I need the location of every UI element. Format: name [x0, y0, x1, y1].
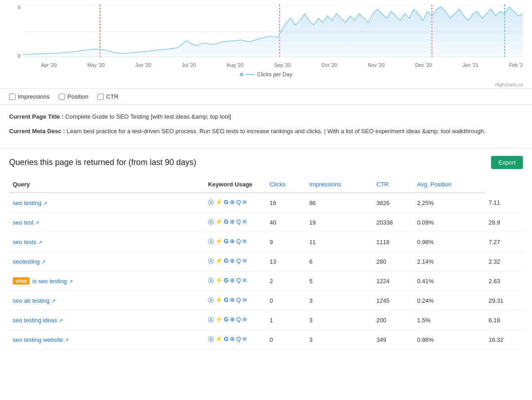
icon-q[interactable]: Q	[236, 199, 241, 207]
icon-a[interactable]: Ⓐ	[208, 296, 214, 305]
ctr-cell: 0.09%	[413, 213, 485, 232]
icon-a[interactable]: Ⓐ	[208, 335, 214, 344]
icon-q[interactable]: Q	[236, 316, 241, 324]
icon-g[interactable]: G	[224, 335, 228, 344]
queries-header: Queries this page is returned for (from …	[9, 156, 523, 169]
impressions-checkbox[interactable]	[9, 94, 15, 100]
icon-a[interactable]: Ⓐ	[208, 257, 214, 265]
table-container: Query Keyword Usage Clicks Impressions C…	[9, 176, 523, 350]
external-link-icon: ↗	[65, 337, 69, 343]
icon-link[interactable]: ≋	[242, 218, 247, 226]
icon-group: Ⓐ ⚡ G ⊕ Q ≋	[208, 296, 262, 305]
icon-circle[interactable]: ⊕	[230, 335, 235, 344]
impressions-cell: 1224	[373, 271, 413, 291]
y-label-bottom: 0	[9, 53, 20, 59]
ctr-checkbox[interactable]	[97, 94, 104, 100]
icon-lightning[interactable]: ⚡	[215, 277, 223, 285]
query-cell: seo ab testing ↗	[9, 291, 204, 310]
col-header-kw: Keyword Usage	[204, 176, 266, 193]
icon-link[interactable]: ≋	[242, 296, 247, 305]
query-link[interactable]: seotesting ↗	[13, 258, 46, 265]
icon-q[interactable]: Q	[236, 218, 241, 226]
icon-a[interactable]: Ⓐ	[208, 277, 214, 285]
icon-g[interactable]: G	[224, 218, 228, 226]
icon-q[interactable]: Q	[236, 277, 241, 285]
icon-lightning[interactable]: ⚡	[215, 296, 223, 305]
col-header-ctr[interactable]: CTR	[373, 176, 413, 193]
icon-q[interactable]: Q	[236, 238, 241, 246]
icon-circle[interactable]: ⊕	[230, 218, 235, 226]
icon-circle[interactable]: ⊕	[230, 257, 235, 265]
icon-a[interactable]: Ⓐ	[208, 316, 214, 324]
icon-circle[interactable]: ⊕	[230, 277, 235, 285]
page-title-line: Current Page Title : Complete Guide to S…	[9, 112, 523, 121]
icon-g[interactable]: G	[224, 316, 228, 324]
clicks-cell: 86	[305, 193, 373, 213]
icon-lightning[interactable]: ⚡	[215, 199, 223, 207]
icon-link[interactable]: ≋	[242, 199, 247, 207]
icon-a[interactable]: Ⓐ	[208, 218, 214, 226]
legend-label: Clicks per Day	[257, 71, 292, 78]
table-row: seo testing website ↗ Ⓐ ⚡ G ⊕ Q ≋ 0 3 34…	[9, 330, 523, 350]
highlight-badge: what	[13, 277, 30, 285]
icon-link[interactable]: ≋	[242, 335, 247, 344]
icon-lightning[interactable]: ⚡	[215, 316, 223, 324]
icon-q[interactable]: Q	[236, 335, 241, 344]
x-label: Dec '20	[415, 62, 432, 68]
impressions-cell: 3826	[373, 193, 413, 213]
keyword-usage-cell: Ⓐ ⚡ G ⊕ Q ≋	[204, 252, 266, 271]
col-header-avg-position[interactable]: Avg. Position	[413, 176, 485, 193]
query-cell: seo testing website ↗	[9, 330, 204, 350]
icon-g[interactable]: G	[224, 257, 228, 265]
ctr-checkbox-label[interactable]: CTR	[97, 93, 118, 100]
icon-circle[interactable]: ⊕	[230, 316, 235, 324]
icon-group: Ⓐ ⚡ G ⊕ Q ≋	[208, 277, 262, 285]
icon-g[interactable]: G	[224, 238, 228, 246]
col-header-impressions[interactable]: Impressions	[305, 176, 373, 193]
keyword-usage-cell: Ⓐ ⚡ G ⊕ Q ≋	[204, 330, 266, 350]
table-row: seo test ↗ Ⓐ ⚡ G ⊕ Q ≋ 40 19 20338 0.09%…	[9, 213, 523, 232]
impressions-cell: 1118	[373, 232, 413, 252]
ctr-cell: 0.98%	[413, 232, 485, 252]
x-label: Apr '20	[41, 62, 57, 68]
icon-lightning[interactable]: ⚡	[215, 218, 223, 226]
icon-g[interactable]: G	[224, 277, 228, 285]
icon-circle[interactable]: ⊕	[230, 199, 235, 207]
icon-a[interactable]: Ⓐ	[208, 199, 214, 207]
icon-link[interactable]: ≋	[242, 257, 247, 265]
icon-link[interactable]: ≋	[242, 316, 247, 324]
icon-circle[interactable]: ⊕	[230, 238, 235, 246]
col-header-clicks[interactable]: Clicks	[266, 176, 305, 193]
external-link-icon: ↗	[59, 318, 63, 323]
position-checkbox-label[interactable]: Position	[59, 93, 88, 100]
icon-q[interactable]: Q	[236, 296, 241, 305]
query-cell: seotesting ↗	[9, 252, 204, 271]
icon-circle[interactable]: ⊕	[230, 296, 235, 305]
query-link[interactable]: seo testing ideas ↗	[13, 317, 63, 324]
table-row: seo testing ↗ Ⓐ ⚡ G ⊕ Q ≋ 16 86 3826 2.2…	[9, 193, 523, 213]
query-link[interactable]: seo test ↗	[13, 219, 39, 226]
icon-g[interactable]: G	[224, 296, 228, 305]
impressions-checkbox-label[interactable]: Impressions	[9, 93, 50, 100]
y-axis: 5 0	[9, 5, 23, 68]
keyword-usage-cell: Ⓐ ⚡ G ⊕ Q ≋	[204, 291, 266, 310]
kw-count-cell: 2	[266, 271, 305, 291]
icon-lightning[interactable]: ⚡	[215, 238, 223, 246]
icon-link[interactable]: ≋	[242, 277, 247, 285]
icon-lightning[interactable]: ⚡	[215, 257, 223, 265]
query-link[interactable]: seo testing ↗	[13, 200, 47, 206]
query-link[interactable]: seo tests ↗	[13, 239, 42, 245]
impressions-cell: 1245	[373, 291, 413, 310]
export-button[interactable]: Export	[491, 156, 523, 169]
query-link[interactable]: is seo testing ↗	[32, 278, 73, 285]
query-link[interactable]: seo testing website ↗	[13, 336, 69, 343]
query-link[interactable]: seo ab testing ↗	[13, 297, 56, 304]
kw-count-cell: 40	[266, 213, 305, 232]
icon-a[interactable]: Ⓐ	[208, 238, 214, 246]
icon-q[interactable]: Q	[236, 257, 241, 265]
icon-lightning[interactable]: ⚡	[215, 335, 223, 344]
icon-g[interactable]: G	[224, 199, 228, 207]
keyword-usage-cell: Ⓐ ⚡ G ⊕ Q ≋	[204, 213, 266, 232]
icon-link[interactable]: ≋	[242, 238, 247, 246]
position-checkbox[interactable]	[59, 94, 65, 100]
